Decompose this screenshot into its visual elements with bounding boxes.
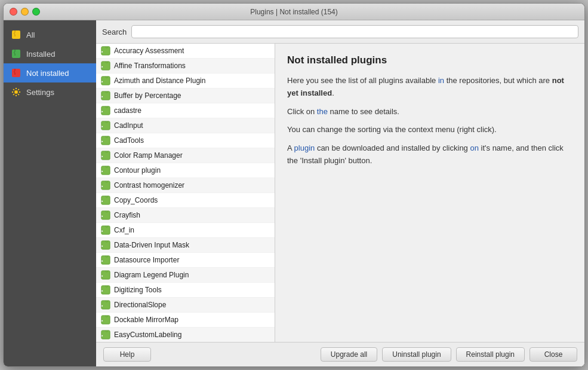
list-item[interactable]: Buffer by Percentage bbox=[96, 88, 275, 103]
plugin-name: EasyCustomLabeling bbox=[114, 331, 181, 339]
list-item[interactable]: DirectionalSlope bbox=[96, 298, 275, 313]
bottom-bar: Help Upgrade all Uninstall plugin Reinst… bbox=[96, 342, 584, 366]
info-paragraph-2: Click on the name to see details. bbox=[287, 106, 572, 118]
svg-rect-34 bbox=[101, 271, 110, 279]
svg-rect-36 bbox=[101, 286, 110, 294]
title-bar: Plugins | Not installed (154) bbox=[4, 4, 584, 20]
svg-rect-24 bbox=[101, 196, 110, 204]
close-button[interactable]: Close bbox=[529, 347, 577, 362]
plugin-name: Crayfish bbox=[114, 211, 140, 219]
minimize-window-button[interactable] bbox=[21, 8, 29, 16]
svg-rect-18 bbox=[101, 151, 110, 160]
plugin-name: Dockable MirrorMap bbox=[114, 316, 178, 324]
plugin-list-container[interactable]: Accuracy AssessmentAffine Transformation… bbox=[96, 44, 275, 342]
list-item[interactable]: Digitizing Tools bbox=[96, 283, 275, 298]
puzzle-icon bbox=[101, 136, 110, 145]
plugin-name: Contour plugin bbox=[114, 166, 161, 175]
info-paragraph-3: You can change the sorting via the conte… bbox=[287, 124, 572, 136]
plugin-name: Cxf_in bbox=[114, 226, 134, 234]
svg-rect-14 bbox=[101, 121, 110, 130]
puzzle-icon bbox=[101, 285, 110, 295]
plugin-name: Data-Driven Input Mask bbox=[114, 241, 189, 249]
list-item[interactable]: cadastre bbox=[96, 103, 275, 118]
svg-rect-30 bbox=[101, 241, 110, 249]
sidebar-item-settings[interactable]: Settings bbox=[4, 82, 96, 102]
puzzle-icon bbox=[101, 91, 110, 100]
plugin-name: Buffer by Percentage bbox=[114, 91, 181, 100]
close-window-button[interactable] bbox=[10, 8, 17, 16]
list-item[interactable]: CadTools bbox=[96, 133, 275, 148]
gear-icon bbox=[11, 87, 21, 97]
puzzle-icon bbox=[101, 300, 110, 310]
main-content: All Installed Not installed bbox=[4, 20, 584, 366]
list-item[interactable]: Diagram Legend Plugin bbox=[96, 268, 275, 283]
puzzle-icon bbox=[101, 76, 110, 85]
svg-rect-0 bbox=[12, 30, 20, 39]
sidebar-label-all: All bbox=[26, 30, 35, 39]
puzzle-icon bbox=[101, 315, 110, 325]
plugin-name: Datasource Importer bbox=[114, 256, 179, 264]
puzzle-icon bbox=[101, 255, 110, 265]
plugin-name: CadInput bbox=[114, 121, 143, 130]
list-item[interactable]: EasyCustomLabeling bbox=[96, 328, 275, 342]
sidebar-label-installed: Installed bbox=[26, 50, 55, 59]
svg-rect-26 bbox=[101, 211, 110, 219]
search-input[interactable] bbox=[131, 25, 578, 38]
plugin-name: Azimuth and Distance Plugin bbox=[114, 77, 205, 85]
puzzle-icon bbox=[101, 61, 110, 71]
list-item[interactable]: CadInput bbox=[96, 118, 275, 133]
list-item[interactable]: Data-Driven Input Mask bbox=[96, 238, 275, 253]
svg-rect-4 bbox=[101, 47, 110, 55]
svg-rect-6 bbox=[101, 62, 110, 70]
puzzle-icon bbox=[101, 166, 110, 175]
puzzle-icon bbox=[101, 330, 110, 340]
sidebar-item-not-installed[interactable]: Not installed bbox=[4, 63, 96, 82]
list-item[interactable]: Color Ramp Manager bbox=[96, 148, 275, 163]
list-item[interactable]: Contrast homogenizer bbox=[96, 178, 275, 193]
puzzle-icon bbox=[101, 151, 110, 160]
svg-rect-1 bbox=[12, 50, 20, 58]
plugin-name: DirectionalSlope bbox=[114, 301, 166, 309]
upgrade-all-button[interactable]: Upgrade all bbox=[321, 347, 377, 362]
svg-rect-12 bbox=[101, 106, 110, 115]
info-paragraph-4: A plugin can be downloaded and installed… bbox=[287, 142, 572, 167]
sidebar-label-settings: Settings bbox=[26, 88, 54, 97]
svg-rect-20 bbox=[101, 166, 110, 175]
list-item[interactable]: Copy_Coords bbox=[96, 193, 275, 208]
plugin-name: CadTools bbox=[114, 136, 144, 145]
reinstall-button[interactable]: Reinstall plugin bbox=[456, 347, 525, 362]
svg-rect-40 bbox=[101, 316, 110, 324]
plugin-name: Contrast homogenizer bbox=[114, 181, 184, 189]
list-item[interactable]: Affine Transformations bbox=[96, 59, 275, 74]
sidebar-item-installed[interactable]: Installed bbox=[4, 44, 96, 63]
plugin-list: Accuracy AssessmentAffine Transformation… bbox=[96, 44, 275, 342]
puzzle-icon bbox=[101, 270, 110, 280]
list-item[interactable]: Contour plugin bbox=[96, 163, 275, 178]
maximize-window-button[interactable] bbox=[32, 8, 40, 16]
puzzle-icon bbox=[101, 46, 110, 56]
svg-rect-2 bbox=[12, 69, 20, 77]
sidebar-label-not-installed: Not installed bbox=[26, 69, 69, 78]
svg-rect-16 bbox=[101, 136, 110, 145]
svg-rect-28 bbox=[101, 226, 110, 234]
plugin-name: Color Ramp Manager bbox=[114, 151, 183, 160]
sidebar-item-all[interactable]: All bbox=[4, 25, 96, 44]
list-item[interactable]: Dockable MirrorMap bbox=[96, 313, 275, 328]
list-item[interactable]: Datasource Importer bbox=[96, 253, 275, 268]
plugin-name: Diagram Legend Plugin bbox=[114, 271, 189, 279]
puzzle-icon bbox=[101, 181, 110, 190]
window-controls bbox=[10, 8, 40, 16]
right-panel: Search Accuracy AssessmentAffine Transfo… bbox=[96, 20, 584, 366]
plugin-name: Digitizing Tools bbox=[114, 286, 162, 294]
svg-rect-32 bbox=[101, 256, 110, 264]
puzzle-icon bbox=[101, 106, 110, 115]
svg-rect-38 bbox=[101, 301, 110, 309]
help-button[interactable]: Help bbox=[103, 347, 151, 362]
list-item[interactable]: Crayfish bbox=[96, 208, 275, 223]
list-item[interactable]: Accuracy Assessment bbox=[96, 44, 275, 59]
list-item[interactable]: Cxf_in bbox=[96, 223, 275, 238]
puzzle-yellow-icon bbox=[11, 29, 21, 40]
list-item[interactable]: Azimuth and Distance Plugin bbox=[96, 74, 275, 88]
uninstall-button[interactable]: Uninstall plugin bbox=[382, 347, 451, 362]
plugin-name: Affine Transformations bbox=[114, 62, 186, 70]
